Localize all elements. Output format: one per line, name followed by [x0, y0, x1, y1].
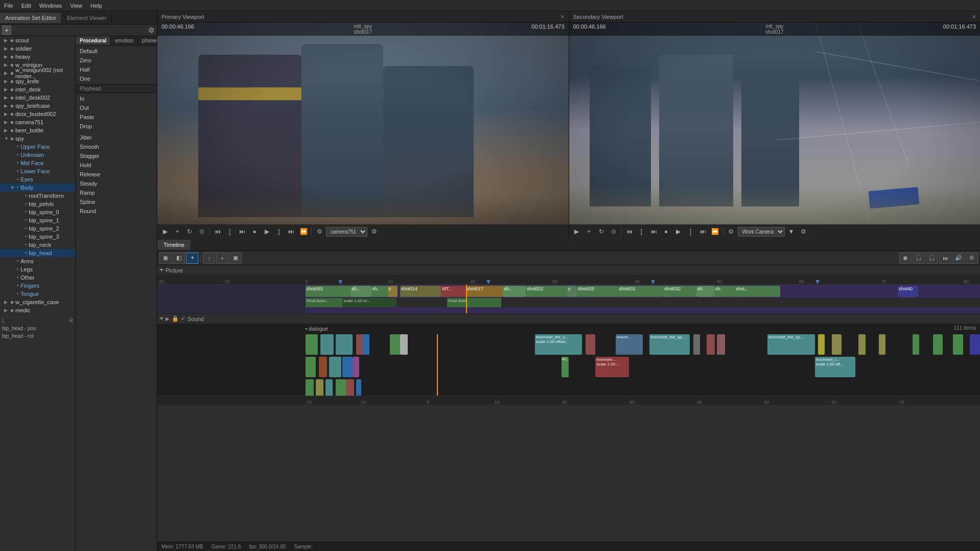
timeline-tab[interactable]: Timeline	[157, 240, 191, 250]
sound-section-header[interactable]: ▶ 🔒 ✓ Sound	[157, 314, 980, 324]
start-2[interactable]: ⏭	[648, 226, 660, 237]
sound-clip-2[interactable]	[320, 334, 334, 355]
shot-block-s2[interactable]: s	[567, 286, 577, 297]
tree-item-unknown[interactable]: +Unknown	[0, 151, 75, 159]
sub-clip-final2[interactable]: Final Anim	[447, 298, 501, 307]
sound-r2-3[interactable]	[329, 357, 341, 377]
tree-item-bip-spine-2[interactable]: +bip_spine_2	[0, 224, 75, 233]
proc-item-paste[interactable]: Paste	[76, 112, 157, 122]
sound-clip-1[interactable]	[306, 334, 318, 355]
record2-2[interactable]: ●	[661, 226, 672, 237]
play-button-1[interactable]: ▶	[159, 226, 171, 237]
proc-item-smooth[interactable]: Smooth	[76, 142, 157, 151]
tree-item-bip-neck[interactable]: +bip_neck	[0, 241, 75, 249]
next-frame-1[interactable]: ]	[273, 226, 285, 237]
prev-frame-2[interactable]: ⏮	[624, 226, 635, 237]
proc-tab-phoneme[interactable]: phoneme	[138, 36, 157, 45]
sound-r3-5[interactable]	[346, 379, 354, 396]
sound-clip-g2[interactable]	[933, 334, 943, 355]
tree-item-intel-desk[interactable]: ▶◆intel_desk	[0, 85, 75, 94]
prev-frame-1[interactable]: ⏮	[212, 226, 223, 237]
tree-item-bip-spine-1[interactable]: +bip_spine_1	[0, 216, 75, 224]
shot-block-shot017[interactable]: shot017	[466, 286, 503, 297]
sound-clip-v7[interactable]	[717, 334, 725, 355]
camera-settings-2[interactable]: ▼	[786, 226, 797, 237]
shot-block-shot[interactable]: sh..	[371, 286, 388, 297]
frame-back-1[interactable]: [	[224, 226, 236, 237]
proc-item-release[interactable]: Release	[76, 170, 157, 179]
tl-btn-pencil[interactable]: ✦	[186, 252, 198, 264]
tree-item-upper-face[interactable]: +Upper Face	[0, 143, 75, 151]
shot-block-sh4[interactable]: sh.	[714, 286, 735, 297]
next-frame-2[interactable]: ]	[685, 226, 696, 237]
tl-btn-r6[interactable]: ⚙	[966, 252, 978, 264]
tree-item-other[interactable]: +Other	[0, 273, 75, 282]
tree-item-spy-briefcase[interactable]: ▶◆spy_briefcase	[0, 102, 75, 110]
tree-item-lower-face[interactable]: +Lower Face	[0, 167, 75, 175]
tree-item-heavy[interactable]: ▶◆heavy	[0, 53, 75, 61]
shot-block-shot-long[interactable]: shot...	[735, 286, 780, 297]
sound-clip-y1[interactable]	[818, 334, 825, 355]
proc-item-spline[interactable]: Spline	[76, 197, 157, 206]
proc-item-jitter[interactable]: Jitter	[76, 133, 157, 142]
sound-r2-vo3[interactable]: #vo/meet_t...scale 1.00 off...	[815, 357, 855, 377]
record-button-1[interactable]: ⊙	[196, 226, 207, 237]
sound-clip-y2[interactable]	[832, 334, 842, 355]
proc-item-ramp[interactable]: Ramp	[76, 188, 157, 197]
tree-item-camera751[interactable]: ▶◆camera751	[0, 118, 75, 126]
sound-clip-v5[interactable]	[693, 334, 700, 355]
proc-item-hold[interactable]: Hold	[76, 160, 157, 170]
tree-item-soldier[interactable]: ▶◆soldier	[0, 44, 75, 53]
tree-item-tongue[interactable]: +Tongue	[0, 290, 75, 298]
proc-item-default[interactable]: Default	[76, 47, 157, 56]
record2-1[interactable]: ●	[249, 226, 260, 237]
sound-clip-6[interactable]	[363, 334, 369, 355]
camera-select-2[interactable]: Work Camera	[738, 227, 785, 237]
play-fwd-2[interactable]: ▶	[673, 226, 684, 237]
shot-block-shot031[interactable]: shot031	[618, 286, 664, 297]
frame-back-2[interactable]: [	[636, 226, 647, 237]
tl-btn-minus[interactable]: ▣	[229, 252, 242, 264]
tl-btn-r4[interactable]: ⏭	[939, 252, 951, 264]
viewport2-close[interactable]: ×	[972, 13, 976, 20]
settings-1[interactable]: ⚙	[314, 226, 325, 237]
record-button-2[interactable]: ⊙	[608, 226, 619, 237]
sound-clip-v6[interactable]	[707, 334, 715, 355]
tree-item-w-minigun002[interactable]: ▶◆w_minigun002 (not render...	[0, 69, 75, 77]
tree-item-beer-bottle[interactable]: ▶◆beer_bottle	[0, 126, 75, 134]
shot-block-shot022[interactable]: shot022	[526, 286, 567, 297]
shot-block-shot025[interactable]: shot025	[577, 286, 618, 297]
tl-btn-r2[interactable]: 🎧	[913, 252, 925, 264]
shot-block-shot40[interactable]: shot40	[898, 286, 918, 297]
tl-btn-add[interactable]: ↑	[203, 252, 215, 264]
proc-item-stagger[interactable]: Stagger	[76, 151, 157, 160]
proc-item-drop[interactable]: Drop	[76, 122, 157, 131]
sound-clip-vo3[interactable]: #vo/m...	[616, 334, 643, 355]
shot-block-shot003[interactable]: shot003	[306, 286, 351, 297]
shot-block-sh[interactable]: sh...	[351, 286, 371, 297]
sound-clip-y4[interactable]	[879, 334, 885, 355]
sound-clip-8[interactable]	[400, 334, 408, 355]
start-1[interactable]: ⏭	[237, 226, 248, 237]
sound-clip-vo5[interactable]: #vo/meet_the_sp...	[767, 334, 814, 355]
sound-r2-5[interactable]	[353, 357, 359, 377]
tree-item-bip-head[interactable]: +bip_head	[0, 249, 75, 257]
tree-item-spy[interactable]: ▼◆spy	[0, 134, 75, 143]
tree-item-body[interactable]: ▼+Body	[0, 183, 75, 192]
tree-item-spy-knife[interactable]: ▶◆spy_knife	[0, 77, 75, 85]
shot-block-shot014[interactable]: shot014	[400, 286, 441, 297]
sound-r3-4[interactable]	[336, 379, 346, 396]
viewport1-image[interactable]: ▶ + ↻ ⊙ ⏮ [ ⏭ ● ▶ ] ⏭ ⏩ ⚙	[157, 22, 569, 239]
tl-btn-add2[interactable]: +	[216, 252, 228, 264]
sound-clips-area[interactable]: #vo/meet_the_s...scale 1.00 offset... #v…	[306, 334, 980, 396]
add-button[interactable]: +	[2, 26, 11, 35]
camera-settings-1[interactable]: ⚙	[368, 226, 380, 237]
tree-item-medic[interactable]: ▶◆medic	[0, 306, 75, 314]
tl-btn-move[interactable]: ◧	[173, 252, 185, 264]
sound-clip-vo1[interactable]: #vo/meet_the_s...scale 1.00 offset...	[535, 334, 582, 355]
tree-item-w-cigarette[interactable]: ▶◆w_cigarette_case	[0, 298, 75, 306]
viewport1-close[interactable]: ×	[561, 13, 564, 20]
tree-item-eyes[interactable]: +Eyes	[0, 175, 75, 183]
tab-element-viewer[interactable]: Element Viewer	[62, 13, 112, 23]
tl-btn-r1[interactable]: ◉	[899, 252, 912, 264]
